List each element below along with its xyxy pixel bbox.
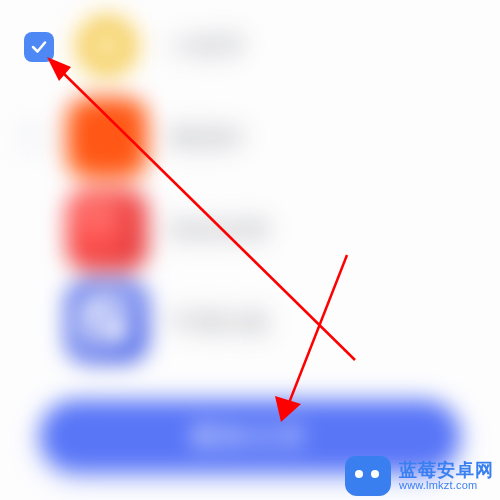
watermark: 蓝莓安卓网 www.lmkzt.com xyxy=(345,456,494,496)
watermark-url: www.lmkzt.com xyxy=(399,480,494,492)
list-item[interactable]: 番茄时 xyxy=(0,92,500,184)
app-icon xyxy=(66,281,148,363)
app-label: 拼多多商 xyxy=(170,214,270,246)
app-icon xyxy=(66,5,148,87)
app-list-blurred: 小程序 番茄时 拼多多商 中国出版 删除记录 xyxy=(0,0,500,500)
watermark-logo-icon xyxy=(345,456,391,496)
app-icon xyxy=(66,97,148,179)
app-icon xyxy=(66,189,148,271)
list-item[interactable]: 拼多多商 xyxy=(0,184,500,276)
list-item[interactable]: 中国出版 xyxy=(0,276,500,368)
app-label: 番茄时 xyxy=(170,122,245,154)
app-label: 小程序 xyxy=(170,30,245,62)
checkbox-empty[interactable] xyxy=(18,123,48,153)
list-item[interactable]: 小程序 xyxy=(0,0,500,92)
watermark-title: 蓝莓安卓网 xyxy=(399,461,494,480)
app-label: 中国出版 xyxy=(170,306,270,338)
select-all-checkbox[interactable] xyxy=(24,32,54,62)
delete-button-label: 删除记录 xyxy=(192,419,308,454)
check-icon xyxy=(30,38,48,56)
